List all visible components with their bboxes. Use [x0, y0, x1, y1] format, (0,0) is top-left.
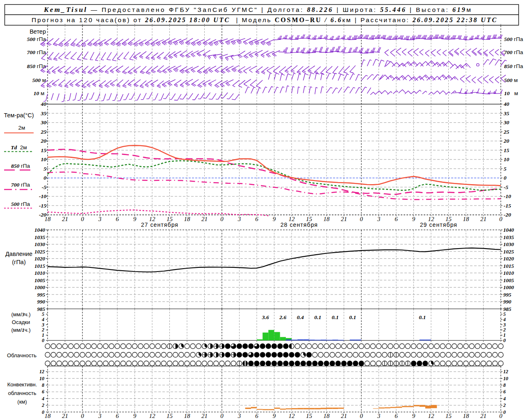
svg-text:990: 990 — [37, 299, 46, 305]
svg-text:0: 0 — [220, 413, 224, 419]
svg-text:(мм/1ч.): (мм/1ч.) — [11, 327, 30, 333]
svg-text:3: 3 — [98, 216, 102, 222]
svg-text:9: 9 — [273, 413, 276, 419]
svg-text:6: 6 — [255, 413, 258, 419]
svg-text:12: 12 — [39, 369, 44, 374]
svg-text:1040: 1040 — [503, 227, 514, 233]
svg-text:0.1: 0.1 — [332, 314, 339, 320]
svg-text:10: 10 — [41, 156, 47, 162]
svg-text:0: 0 — [42, 338, 44, 343]
svg-text:0: 0 — [499, 413, 502, 419]
svg-text:990: 990 — [503, 299, 511, 305]
svg-text:700 гПа: 700 гПа — [27, 49, 46, 55]
svg-text:9: 9 — [133, 216, 137, 222]
svg-text:Прогноз на 120 часа(ов) от 26.: Прогноз на 120 часа(ов) от 26.09.2025 18… — [32, 16, 498, 23]
svg-text:-5: -5 — [504, 184, 508, 190]
svg-text:20: 20 — [503, 138, 509, 144]
svg-text:3: 3 — [377, 413, 381, 419]
svg-text:1035: 1035 — [503, 234, 514, 240]
svg-text:25: 25 — [503, 129, 509, 135]
svg-text:18: 18 — [463, 413, 470, 419]
svg-text:12: 12 — [503, 369, 508, 374]
svg-text:5: 5 — [503, 311, 506, 317]
svg-text:18: 18 — [45, 413, 51, 419]
svg-text:4: 4 — [41, 317, 44, 322]
svg-text:9: 9 — [133, 413, 137, 419]
svg-text:1035: 1035 — [34, 234, 46, 240]
svg-text:9: 9 — [412, 413, 415, 419]
svg-text:2: 2 — [41, 327, 44, 333]
svg-text:1005: 1005 — [34, 277, 46, 283]
svg-text:15: 15 — [504, 147, 509, 153]
svg-text:500 гПа: 500 гПа — [27, 36, 46, 42]
svg-text:облачность: облачность — [8, 390, 36, 396]
svg-text:850 гПа: 850 гПа — [11, 163, 30, 169]
svg-text:18: 18 — [463, 216, 470, 222]
svg-text:-15: -15 — [504, 203, 511, 209]
svg-text:0.1: 0.1 — [419, 314, 426, 320]
svg-text:500 м: 500 м — [32, 77, 46, 83]
svg-text:21: 21 — [62, 413, 68, 419]
svg-text:18: 18 — [324, 413, 330, 419]
svg-text:6: 6 — [395, 216, 398, 222]
svg-text:4: 4 — [41, 396, 44, 402]
svg-text:20: 20 — [41, 138, 47, 144]
svg-text:5: 5 — [504, 166, 507, 172]
svg-text:25: 25 — [41, 129, 47, 135]
svg-text:12: 12 — [149, 413, 156, 419]
svg-text:2: 2 — [503, 327, 506, 333]
svg-text:4: 4 — [503, 396, 506, 402]
svg-text:1010: 1010 — [503, 270, 514, 276]
svg-text:0: 0 — [360, 413, 363, 419]
svg-text:28 сентября: 28 сентября — [281, 221, 318, 228]
svg-text:6: 6 — [42, 389, 44, 395]
svg-text:4: 4 — [503, 317, 506, 322]
svg-text:5: 5 — [43, 166, 46, 172]
svg-text:-10: -10 — [504, 193, 511, 199]
svg-text:Kem_Tisul — Предоставлено ФГБУ: Kem_Tisul — Предоставлено ФГБУ "ЗапСиб У… — [43, 6, 472, 14]
svg-text:-5: -5 — [42, 184, 46, 190]
svg-text:1005: 1005 — [503, 277, 514, 283]
svg-text:10 м: 10 м — [34, 90, 46, 96]
svg-text:8: 8 — [42, 382, 44, 388]
svg-text:1030: 1030 — [34, 241, 46, 247]
svg-text:0: 0 — [499, 216, 502, 222]
svg-text:18: 18 — [45, 216, 51, 222]
svg-text:-10: -10 — [39, 193, 46, 199]
svg-text:35: 35 — [503, 110, 509, 116]
svg-text:1010: 1010 — [34, 270, 46, 276]
svg-text:1040: 1040 — [34, 227, 46, 233]
svg-text:3: 3 — [41, 322, 44, 328]
svg-text:Td 2м: Td 2м — [11, 144, 27, 151]
svg-text:10: 10 — [39, 376, 44, 381]
svg-text:40: 40 — [503, 101, 509, 107]
svg-text:29 сентября: 29 сентября — [420, 221, 457, 228]
svg-text:10 м: 10 м — [504, 90, 518, 96]
svg-text:-15: -15 — [39, 203, 46, 209]
svg-text:12: 12 — [428, 413, 435, 419]
svg-text:40: 40 — [41, 101, 47, 107]
svg-text:18: 18 — [324, 216, 330, 222]
svg-text:0: 0 — [81, 216, 84, 222]
svg-text:3: 3 — [377, 216, 381, 222]
svg-text:1: 1 — [42, 332, 44, 338]
svg-text:1015: 1015 — [34, 263, 46, 269]
svg-text:0: 0 — [504, 175, 507, 181]
svg-text:500 м: 500 м — [504, 77, 518, 83]
svg-text:15: 15 — [41, 147, 47, 153]
svg-text:2: 2 — [503, 402, 506, 408]
svg-text:1: 1 — [503, 332, 506, 338]
svg-text:3: 3 — [237, 413, 241, 419]
svg-text:Тем-ра(°C): Тем-ра(°C) — [4, 112, 34, 119]
svg-text:3.6: 3.6 — [262, 314, 269, 320]
svg-text:995: 995 — [503, 292, 511, 298]
svg-text:10: 10 — [504, 156, 509, 162]
svg-text:0.1: 0.1 — [349, 314, 356, 320]
svg-text:6: 6 — [503, 389, 506, 395]
svg-text:6: 6 — [255, 216, 258, 222]
svg-text:850 гПа: 850 гПа — [504, 63, 523, 69]
svg-text:Конвективн.: Конвективн. — [7, 381, 37, 388]
svg-text:1000: 1000 — [503, 284, 514, 290]
svg-text:18: 18 — [184, 413, 191, 419]
svg-text:1015: 1015 — [503, 263, 514, 269]
